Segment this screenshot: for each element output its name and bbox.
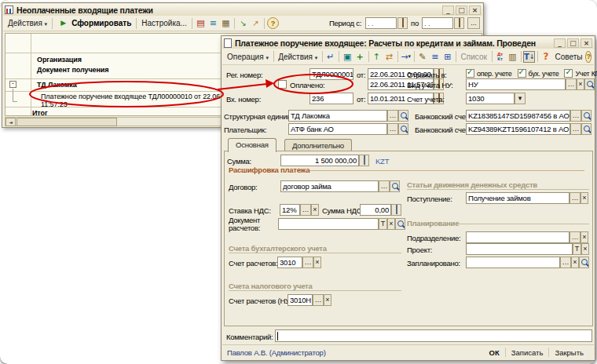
minimize-icon[interactable]: _ [442, 5, 454, 15]
buh-checkbox[interactable]: ✓ [518, 69, 526, 78]
period-from-input[interactable]: . . [365, 17, 397, 29]
kpn-checkbox[interactable]: ✓ [564, 69, 573, 78]
copy-icon[interactable]: + [354, 51, 366, 63]
planned-choose-button[interactable]: … [560, 257, 571, 268]
vat-rate-input[interactable]: 12% [280, 204, 300, 216]
dt-kt-icon[interactable]: ДтКт [494, 51, 506, 63]
contract-open-button[interactable] [390, 180, 400, 192]
settlement-account-clear-button[interactable]: × [313, 257, 321, 268]
tree-settings-icon[interactable]: ≡ [207, 17, 219, 29]
vat-amount-calc-button[interactable] [391, 204, 401, 216]
settlement-doc-type-button[interactable]: Т [379, 218, 387, 230]
actions-menu-button[interactable]: Действия ▾ [5, 18, 49, 28]
nu-kind-choose-button[interactable]: … [566, 78, 577, 90]
receipt-input[interactable]: Получение займов [466, 192, 570, 204]
tax-account-clear-button[interactable]: × [324, 294, 331, 306]
planned-input[interactable] [466, 257, 560, 268]
maximize-icon[interactable]: □ [567, 38, 579, 48]
payer-input[interactable]: АТФ банк АО [288, 123, 387, 135]
project-input[interactable] [466, 243, 573, 255]
period-to-calendar-button[interactable] [454, 17, 464, 29]
receipt-clear-button[interactable]: × [581, 192, 588, 204]
payment-document-row-line1[interactable]: Платежное поручение входящее ТДЛ00000010… [41, 93, 237, 100]
close-button[interactable]: Закрыть [549, 348, 589, 357]
vat-rate-choose-button[interactable]: … [300, 204, 311, 216]
period-to-input[interactable]: . . [422, 17, 453, 29]
period-more-button[interactable]: ... [467, 17, 480, 29]
list-view-icon[interactable]: ≡ [429, 51, 441, 63]
structural-unit-input[interactable]: ТД Лакомка [288, 110, 387, 122]
oper-checkbox[interactable]: ✓ [466, 69, 474, 78]
report-window-titlebar[interactable]: Неоплаченные входящие платежи _ □ × [3, 4, 482, 16]
structural-unit-open-button[interactable] [398, 110, 408, 122]
planned-clear-button[interactable]: × [571, 257, 579, 268]
settlement-account-input[interactable]: 3010 [277, 257, 302, 268]
comment-input[interactable] [275, 329, 592, 342]
help-icon[interactable]: ? [267, 17, 279, 29]
nu-kind-clear-button[interactable]: × [577, 78, 584, 90]
amount-input[interactable]: 1 500 000,00 [280, 155, 359, 166]
edit-icon[interactable]: ✎ [416, 51, 428, 63]
load-icon[interactable]: ↑ [371, 51, 383, 63]
bank-account2-choose-button[interactable]: … [570, 123, 581, 135]
scroll-left-icon[interactable]: ◄ [5, 118, 16, 126]
amount-calc-button[interactable] [359, 155, 369, 166]
department-choose-button[interactable]: … [570, 231, 581, 243]
export-up-icon[interactable]: ↗ [250, 17, 262, 29]
bank-account2-open-button[interactable] [581, 123, 592, 135]
bank-account1-open-button[interactable] [581, 110, 592, 122]
reg-number-input[interactable]: ТДЛ00000010 [309, 68, 353, 80]
exchange-icon[interactable]: ⇄ [383, 51, 395, 63]
advice-icon[interactable]: ? [540, 51, 552, 63]
text-toggle-icon[interactable]: Т↓ [523, 51, 535, 63]
nu-kind-input[interactable]: НУ [466, 78, 566, 90]
help-icon[interactable]: ? [585, 51, 592, 63]
maximize-icon[interactable]: □ [456, 5, 467, 15]
tax-account-choose-button[interactable]: … [313, 294, 324, 306]
vat-amount-input[interactable]: 0,00 [360, 204, 391, 216]
account-combo-input[interactable]: 1030 [466, 93, 515, 104]
operation-menu-button[interactable]: Операция ▾ [225, 52, 271, 62]
settlement-account-choose-button[interactable]: … [302, 257, 313, 268]
post-icon[interactable]: →▾ [400, 51, 412, 63]
export-down-icon[interactable]: ↘ [237, 17, 249, 29]
reread-icon[interactable]: ▣ [342, 51, 353, 63]
settings-button[interactable]: Настройка... [139, 18, 189, 28]
tab-additional[interactable]: Дополнительно [284, 139, 352, 151]
receipt-choose-button[interactable]: … [570, 192, 581, 204]
account-dropdown-button[interactable]: ▾ [515, 93, 526, 104]
settlement-doc-clear-button[interactable]: × [387, 218, 395, 230]
settlement-doc-input[interactable] [278, 218, 379, 230]
project-type-button[interactable]: Т [573, 243, 581, 255]
payment-document-row-line2[interactable]: 11:57:23 [41, 100, 68, 108]
scrollbar-thumb[interactable] [16, 118, 117, 126]
bank-account1-choose-button[interactable]: … [570, 110, 581, 122]
period-from-calendar-button[interactable] [397, 17, 408, 29]
list-button[interactable]: Список [459, 52, 489, 62]
minimize-icon[interactable]: _ [554, 38, 566, 48]
table-grid-icon[interactable]: ▦ [220, 17, 232, 29]
journal-book-icon[interactable]: ▥ [507, 51, 518, 63]
structure-icon[interactable]: ⊞ [441, 51, 453, 63]
contract-input[interactable]: договор займа [280, 180, 379, 192]
tax-account-input[interactable]: 3010Н [288, 294, 313, 306]
expander-icon[interactable]: - [9, 81, 16, 88]
department-clear-button[interactable]: × [581, 231, 588, 243]
tab-main[interactable]: Основная [228, 138, 277, 152]
payer-choose-button[interactable]: … [387, 123, 398, 135]
close-icon[interactable]: × [469, 5, 481, 15]
structural-unit-choose-button[interactable]: … [387, 110, 398, 122]
contract-choose-button[interactable]: … [379, 180, 390, 192]
report-icon[interactable]: ▤ [195, 17, 207, 29]
save-button[interactable]: Записать [506, 348, 549, 357]
nu-kind-open-button[interactable] [584, 78, 595, 90]
advice-button[interactable]: Советы [553, 52, 585, 62]
bank-account1-input[interactable]: KZ18385147SD15987456 в АО "Бан [466, 110, 570, 122]
document-window-titlebar[interactable]: Платежное поручение входящее: Расчеты по… [222, 37, 594, 49]
close-icon[interactable]: × [581, 38, 592, 48]
payer-open-button[interactable] [398, 123, 408, 135]
settlement-doc-open-button[interactable] [395, 218, 405, 230]
ok-button[interactable]: ОК [484, 348, 505, 357]
planned-open-button[interactable] [579, 257, 589, 268]
generate-button[interactable]: ▶Сформировать [55, 17, 134, 29]
